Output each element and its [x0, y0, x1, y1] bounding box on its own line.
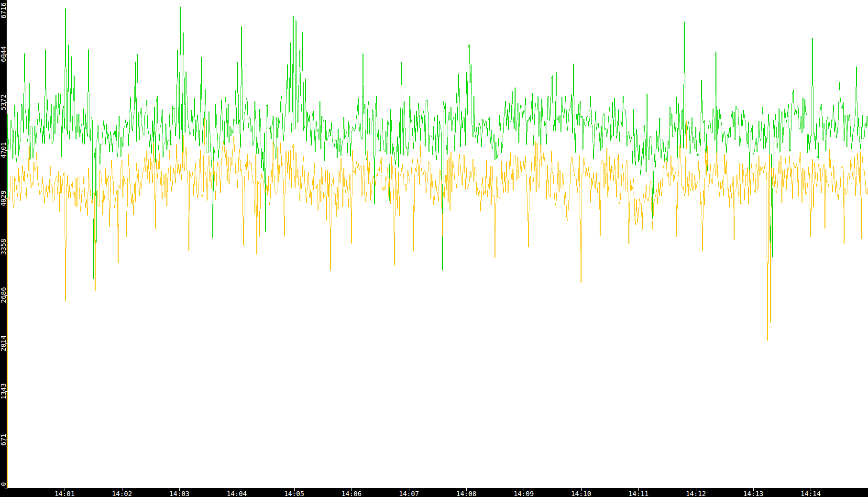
y-tick-label: 671	[0, 434, 7, 446]
x-tick-label: 14:10	[571, 490, 591, 497]
x-tick-label: 14:02	[112, 490, 132, 497]
y-tick-label: 6044	[0, 46, 7, 62]
y-tick-label: 0	[0, 482, 7, 486]
y-tick-label: 4701	[0, 143, 7, 159]
x-tick-label: 14:12	[686, 490, 706, 497]
x-tick-label: 14:04	[227, 490, 247, 497]
series-green-line	[7, 6, 868, 488]
time-series-chart: 6716604453724701402933582686201413436710…	[0, 0, 868, 497]
x-tick-label: 14:07	[399, 490, 419, 497]
x-tick-label: 14:08	[456, 490, 476, 497]
y-tick	[5, 488, 8, 488]
x-tick-label: 14:11	[628, 490, 648, 497]
plot-area	[7, 0, 868, 488]
y-tick-label: 4029	[0, 190, 7, 207]
y-tick-label: 3358	[0, 239, 7, 255]
y-tick-label: 1343	[0, 384, 7, 400]
y-tick-label: 2014	[0, 335, 7, 352]
series-orange-line	[7, 118, 868, 488]
x-tick-label: 14:14	[801, 490, 821, 497]
x-tick-label: 14:03	[169, 490, 189, 497]
y-tick-label: 5372	[0, 94, 7, 110]
y-tick-label: 6716	[0, 2, 7, 19]
x-tick-label: 14:01	[55, 490, 75, 497]
x-tick-label: 14:09	[514, 490, 534, 497]
x-tick-label: 14:13	[743, 490, 763, 497]
x-tick-label: 14:05	[284, 490, 304, 497]
y-tick-label: 2686	[0, 287, 7, 303]
x-tick-label: 14:06	[341, 490, 362, 497]
